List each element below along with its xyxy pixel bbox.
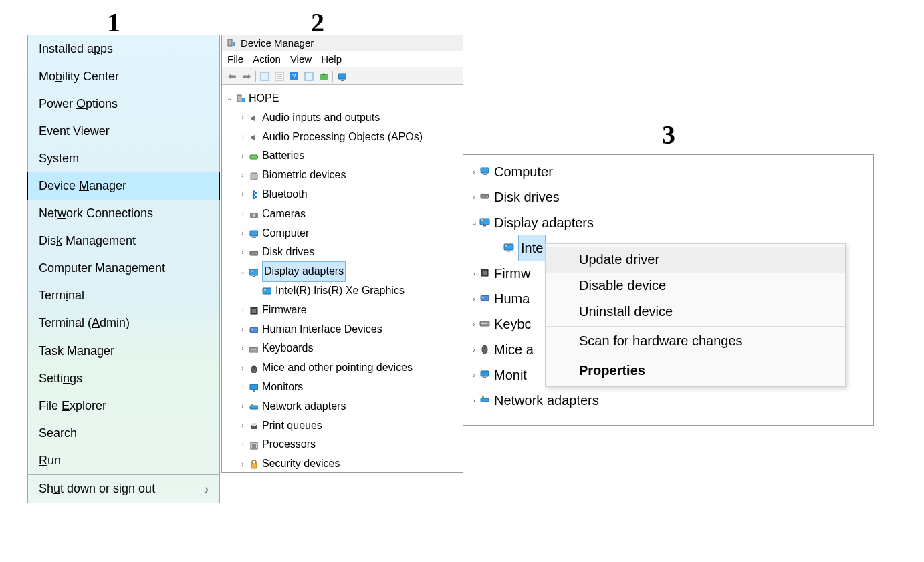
tree-node-mice-and-other-pointing-devices[interactable]: ›Mice and other pointing devices (225, 358, 460, 378)
enable-button[interactable] (336, 70, 348, 82)
expand-icon[interactable]: › (469, 292, 479, 306)
expand-icon[interactable]: › (238, 362, 247, 374)
device-manager-icon (226, 38, 237, 49)
expand-icon[interactable]: ⌄ (469, 216, 479, 230)
tree-node-label: Firmware (262, 301, 307, 320)
expand-icon[interactable]: › (469, 165, 479, 179)
context-item-properties[interactable]: Properties (546, 358, 845, 384)
expand-icon[interactable]: › (238, 131, 247, 143)
expand-icon[interactable]: › (238, 112, 247, 124)
winx-item-event-viewer[interactable]: Event Viewer (28, 118, 219, 145)
expand-icon[interactable]: › (238, 381, 247, 393)
expand-icon[interactable]: › (238, 343, 247, 355)
expand-icon[interactable]: › (469, 190, 479, 204)
tree-node-label: Disk drives (262, 243, 314, 262)
menubar: FileActionViewHelp (222, 51, 463, 67)
menu-help[interactable]: Help (321, 53, 342, 65)
tree-node-biometric-devices[interactable]: ›Biometric devices (225, 166, 460, 185)
tree-node-label: Keybc (494, 311, 532, 337)
tree-node-print-queues[interactable]: ›Print queues (225, 416, 460, 436)
winx-item-system[interactable]: System (28, 145, 219, 172)
winx-item-settings[interactable]: Settings (28, 365, 219, 392)
winx-item-file-explorer[interactable]: File Explorer (28, 392, 219, 420)
expand-icon[interactable]: › (238, 439, 247, 451)
tree-node-batteries[interactable]: ›Batteries (225, 146, 460, 166)
winx-item-task-manager[interactable]: Task Manager (28, 337, 219, 365)
winx-item-disk-management[interactable]: Disk Management (28, 227, 219, 255)
winx-item-mobility-center[interactable]: Mobility Center (28, 63, 219, 90)
expand-icon[interactable]: › (469, 267, 479, 281)
firmware-icon (479, 267, 491, 279)
expand-icon[interactable]: › (238, 227, 247, 239)
menu-view[interactable]: View (290, 53, 312, 65)
winx-item-terminal[interactable]: Terminal (28, 282, 219, 309)
tree-node-monitors[interactable]: ›Monitors (225, 378, 460, 397)
winx-item-search[interactable]: Search (28, 420, 219, 447)
scan-button[interactable] (303, 70, 315, 82)
forward-button[interactable]: ➡ (241, 70, 253, 82)
tree-root[interactable]: ⌄HOPE (225, 89, 460, 108)
expand-icon[interactable]: › (238, 208, 247, 220)
tree-node-disk-drives[interactable]: ›Disk drives (225, 243, 460, 262)
context-item-uninstall-device[interactable]: Uninstall device (546, 299, 845, 325)
expand-icon[interactable]: › (238, 400, 247, 412)
tree-node-disk-drives[interactable]: ›Disk drives (469, 184, 868, 210)
context-item-update-driver[interactable]: Update driver (546, 247, 845, 273)
tree-node-cameras[interactable]: ›Cameras (225, 204, 460, 224)
tree-node-label: Monitors (262, 378, 303, 397)
tree-node-network-adapters[interactable]: ›Network adapters (225, 397, 460, 416)
tree-leaf-intel-r-iris-r-xe-graphics[interactable]: Intel(R) Iris(R) Xe Graphics (225, 281, 460, 301)
tree-node-display-adapters[interactable]: ⌄Display adapters (225, 262, 460, 281)
expand-icon[interactable]: › (238, 170, 247, 182)
update-driver-button[interactable] (318, 70, 330, 82)
expand-icon[interactable]: › (238, 247, 247, 259)
expand-icon[interactable]: › (238, 323, 247, 335)
winx-item-device-manager[interactable]: Device Manager (27, 172, 220, 200)
winx-item-computer-management[interactable]: Computer Management (28, 255, 219, 282)
expand-icon[interactable]: › (469, 317, 479, 331)
tree-node-security-devices[interactable]: ›Security devices (225, 454, 460, 472)
tree-node-display-adapters[interactable]: ⌄Display adapters (469, 210, 868, 235)
winx-item-network-connections[interactable]: Network Connections (28, 200, 219, 227)
expand-icon[interactable]: › (238, 150, 247, 162)
expand-icon[interactable]: › (238, 188, 247, 200)
menu-file[interactable]: File (227, 53, 243, 65)
winx-item-shut-down-or-sign-out[interactable]: Shut down or sign out› (28, 475, 219, 503)
properties-button[interactable] (273, 70, 285, 82)
expand-icon[interactable]: ⌄ (238, 266, 247, 278)
tree-node-label: Batteries (262, 146, 304, 166)
context-item-disable-device[interactable]: Disable device (546, 273, 845, 299)
expand-icon[interactable]: › (238, 458, 247, 470)
tree-node-human-interface-devices[interactable]: ›Human Interface Devices (225, 320, 460, 339)
winx-item-terminal-admin-[interactable]: Terminal (Admin) (28, 309, 219, 337)
tree-node-audio-inputs-and-outputs[interactable]: ›Audio inputs and outputs (225, 108, 460, 128)
chevron-right-icon: › (205, 482, 209, 496)
expand-icon[interactable]: › (238, 420, 247, 432)
back-button[interactable]: ⬅ (226, 70, 238, 82)
expand-icon[interactable]: › (238, 304, 247, 316)
help-button[interactable]: ? (288, 70, 300, 82)
tree-node-processors[interactable]: ›Processors (225, 435, 460, 454)
tree-node-audio-processing-objects-apos-[interactable]: ›Audio Processing Objects (APOs) (225, 128, 460, 147)
tree-node-label: Huma (494, 286, 530, 311)
expand-icon[interactable]: › (469, 368, 479, 382)
winx-item-run[interactable]: Run (28, 447, 219, 474)
expand-icon[interactable]: › (469, 394, 479, 408)
tree-node-keyboards[interactable]: ›Keyboards (225, 339, 460, 358)
window-titlebar[interactable]: Device Manager (222, 35, 463, 51)
tree-node-computer[interactable]: ›Computer (469, 159, 868, 184)
tree-node-firmware[interactable]: ›Firmware (225, 301, 460, 320)
collapse-icon[interactable]: ⌄ (225, 92, 234, 104)
tree-node-network-adapters[interactable]: ›Network adapters (469, 388, 868, 413)
tree-node-label: Audio Processing Objects (APOs) (262, 128, 423, 147)
tree-node-computer[interactable]: ›Computer (225, 224, 460, 243)
expand-icon[interactable]: › (469, 343, 479, 357)
winx-item-installed-apps[interactable]: Installed apps (28, 35, 219, 63)
menu-action[interactable]: Action (253, 53, 281, 65)
mouse-icon (247, 364, 259, 373)
context-item-scan-for-hardware-changes[interactable]: Scan for hardware changes (546, 328, 845, 354)
tree-node-bluetooth[interactable]: ›Bluetooth (225, 185, 460, 204)
winx-item-power-options[interactable]: Power Options (28, 90, 219, 118)
show-hidden-button[interactable] (259, 70, 271, 82)
tree-node-label: Print queues (262, 416, 322, 436)
